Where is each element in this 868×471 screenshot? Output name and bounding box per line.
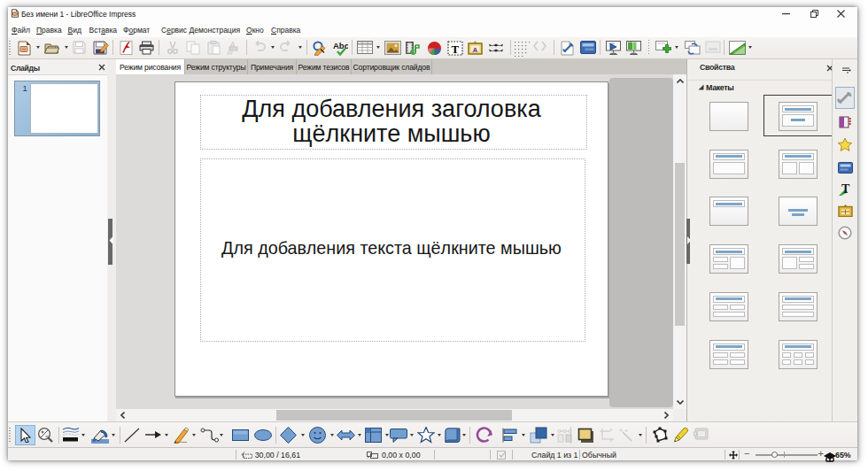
svg-text:T: T bbox=[451, 42, 459, 56]
svg-text:A: A bbox=[472, 46, 477, 54]
svg-text:T: T bbox=[841, 182, 850, 196]
